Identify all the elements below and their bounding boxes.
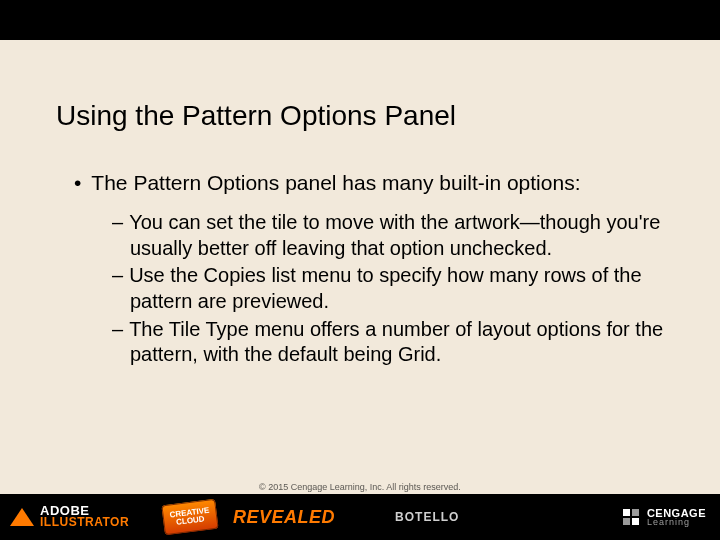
creative-cloud-badge: CREATIVE CLOUD — [161, 499, 218, 535]
cengage-logo: CENGAGE Learning — [621, 507, 706, 527]
bullet-l1-text: The Pattern Options panel has many built… — [91, 171, 580, 194]
bullet-level-1: •The Pattern Options panel has many buil… — [74, 170, 664, 196]
bullet-level-2: –You can set the tile to move with the a… — [112, 210, 664, 261]
cengage-text-block: CENGAGE Learning — [647, 508, 706, 527]
top-black-bar — [0, 0, 720, 40]
adobe-text-block: ADOBE ILLUSTRATOR — [40, 505, 129, 529]
cengage-mark-icon — [621, 507, 641, 527]
bullet-dash: – — [112, 211, 123, 233]
author-label: BOTELLO — [395, 510, 459, 524]
sub-bullet-text: The Tile Type menu offers a number of la… — [129, 318, 663, 366]
adobe-illustrator-logo: ADOBE ILLUSTRATOR — [10, 505, 129, 529]
bullet-dot: • — [74, 171, 81, 194]
sub-bullet-text: You can set the tile to move with the ar… — [129, 211, 660, 259]
bullet-level-2: –Use the Copies list menu to specify how… — [112, 263, 664, 314]
bullet-dash: – — [112, 318, 123, 340]
slide-title: Using the Pattern Options Panel — [56, 100, 664, 132]
sub-bullet-text: Use the Copies list menu to specify how … — [129, 264, 641, 312]
adobe-triangle-icon — [10, 508, 34, 526]
revealed-label: REVEALED — [233, 507, 335, 528]
footer-bar: ADOBE ILLUSTRATOR CREATIVE CLOUD REVEALE… — [0, 494, 720, 540]
illustrator-label: ILLUSTRATOR — [40, 517, 129, 528]
sub-bullet-list: –You can set the tile to move with the a… — [112, 210, 664, 368]
slide-content: Using the Pattern Options Panel •The Pat… — [0, 40, 720, 368]
creative-cloud-text: CREATIVE CLOUD — [169, 507, 211, 528]
bullet-level-2: –The Tile Type menu offers a number of l… — [112, 317, 664, 368]
copyright-text: © 2015 Cengage Learning, Inc. All rights… — [0, 482, 720, 492]
cengage-sub: Learning — [647, 518, 706, 527]
bullet-dash: – — [112, 264, 123, 286]
